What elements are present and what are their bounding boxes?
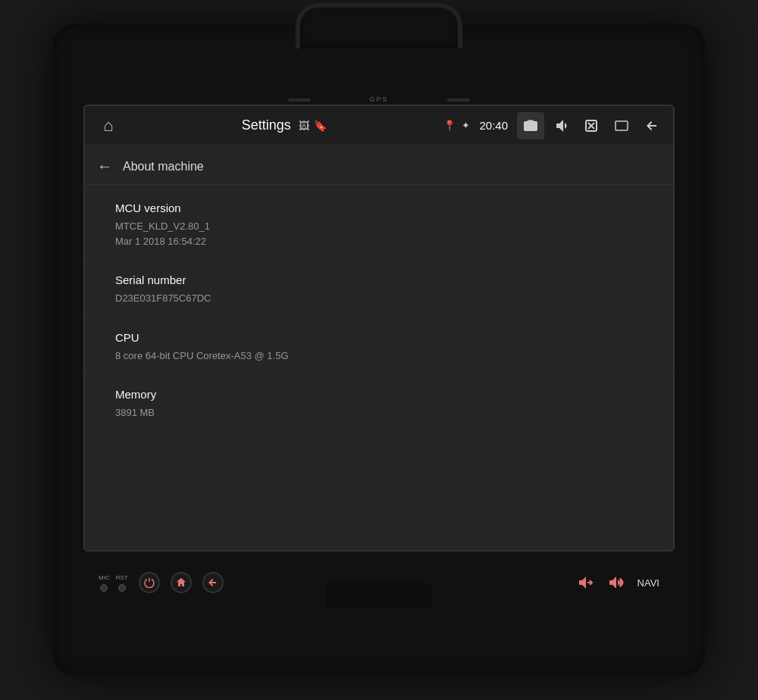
memory-section: Memory 3891 MB [85, 371, 673, 428]
back-button[interactable] [638, 112, 666, 139]
volume-down-button[interactable] [577, 577, 594, 589]
mcu-version-section: MCU version MTCE_KLD_V2.80_1 Mar 1 2018 … [85, 185, 673, 257]
rst-dot [118, 584, 126, 592]
action-icons [517, 112, 666, 139]
status-bar: ⌂ Settings 🖼 🔖 📍 ✦ 20:40 [85, 106, 673, 145]
location-icon: 📍 [443, 120, 456, 131]
status-right: 📍 ✦ 20:40 [443, 112, 666, 139]
mic-label-text: MIC [99, 574, 110, 581]
bottom-left-controls: MIC RST [99, 572, 224, 593]
mcu-version-value2: Mar 1 2018 16:54:22 [115, 234, 643, 249]
time-display: 20:40 [479, 119, 508, 132]
screen: ⌂ Settings 🖼 🔖 📍 ✦ 20:40 [83, 105, 675, 552]
bottom-right-controls: NAVI [577, 577, 659, 589]
nav-row: ← About machine [85, 145, 673, 185]
title-area: Settings 🖼 🔖 [124, 117, 443, 133]
svg-rect-3 [615, 121, 628, 130]
rst-label-text: RST [116, 574, 128, 581]
page-title: About machine [123, 160, 204, 173]
mic-label-area: MIC [99, 574, 110, 592]
power-button[interactable] [139, 572, 160, 593]
volume-button[interactable] [547, 112, 575, 139]
memory-label: Memory [115, 388, 643, 401]
mcu-version-value1: MTCE_KLD_V2.80_1 [115, 219, 643, 234]
close-button[interactable] [578, 112, 605, 139]
navi-button[interactable]: NAVI [637, 577, 659, 589]
serial-number-label: Serial number [115, 273, 643, 286]
cpu-section: CPU 8 core 64-bit CPU Coretex-A53 @ 1.5G [85, 314, 673, 372]
bookmark-icon[interactable]: 🔖 [314, 120, 327, 132]
mcu-version-label: MCU version [115, 202, 643, 214]
mic-dot [100, 584, 108, 592]
hw-back-button[interactable] [202, 572, 224, 593]
content-area: ← About machine MCU version MTCE_KLD_V2.… [85, 145, 673, 550]
title-icons: 🖼 🔖 [299, 120, 327, 132]
bottom-handle [326, 583, 432, 609]
device-body: GPS ⌂ Settings 🖼 🔖 📍 ✦ 20:40 [53, 24, 705, 676]
mic-rst-area: MIC RST [99, 574, 128, 592]
hw-home-button[interactable] [171, 572, 192, 593]
bluetooth-icon: ✦ [462, 120, 470, 131]
rst-label-area: RST [116, 574, 128, 592]
serial-number-section: Serial number D23E031F875C67DC [85, 257, 673, 314]
memory-value: 3891 MB [115, 405, 643, 420]
back-arrow-button[interactable]: ← [97, 158, 112, 175]
top-bar: GPS [53, 91, 705, 105]
bottom-hardware-panel: MIC RST [83, 556, 675, 609]
camera-button[interactable] [517, 112, 544, 139]
top-handle [296, 3, 462, 48]
gps-label: GPS [369, 95, 388, 103]
home-button[interactable]: ⌂ [92, 110, 124, 142]
cpu-value: 8 core 64-bit CPU Coretex-A53 @ 1.5G [115, 348, 643, 364]
screen-button[interactable] [608, 112, 635, 139]
cpu-label: CPU [115, 331, 643, 344]
status-icons: 📍 ✦ [443, 120, 470, 131]
gallery-icon[interactable]: 🖼 [299, 120, 309, 132]
settings-title: Settings [242, 117, 291, 133]
volume-up-button[interactable] [607, 577, 624, 589]
serial-number-value: D23E031F875C67DC [115, 291, 643, 306]
